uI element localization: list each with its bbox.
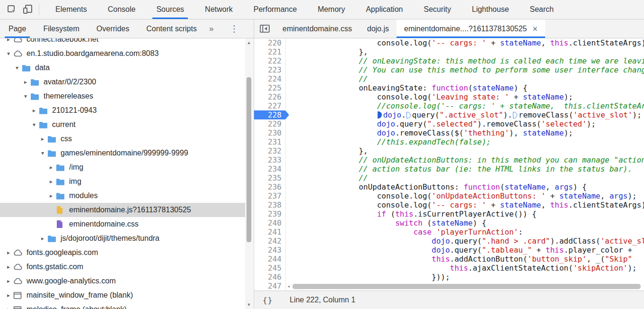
tree-item-themereleases[interactable]: ▾themereleases [0,89,245,103]
line-number[interactable]: 240 [254,218,286,227]
tree-item-fonts-googleapis-com[interactable]: ▸fonts.googleapis.com [0,245,245,260]
line-number[interactable]: 229 [254,119,286,128]
tree-item-melodice-frame-about-blank[interactable]: ▸melodice_frame (about:blank) [0,302,245,309]
chevron-down-icon[interactable]: ▾ [13,64,21,71]
editor-tab-eminentdomaine-1611378130525[interactable]: eminentdomaine....?1611378130525× [397,19,545,38]
line-number[interactable]: 228 [254,110,286,119]
tree-item-css[interactable]: ▸css [0,132,245,146]
tree-item-210121-0943[interactable]: ▸210121-0943 [0,103,245,118]
tab-console[interactable]: Console [97,0,146,19]
tree-item-img[interactable]: ▸/img [0,160,245,174]
chevron-right-icon[interactable]: ▸ [30,107,38,114]
tree-item-connect-facebook-net[interactable]: ▸connect.facebook.net [0,38,245,46]
line-number[interactable]: 232 [254,146,286,155]
tree-item-eminentdomaine-js-1611378130525[interactable]: eminentdomaine.js?1611378130525 [0,203,245,217]
chevron-right-icon[interactable]: ▸ [39,136,46,142]
scroll-up-icon[interactable]: ▲ [247,40,251,45]
tab-network[interactable]: Network [194,0,243,19]
sidebar-tab-overrides[interactable]: Overrides [88,19,138,38]
line-number[interactable]: 239 [254,209,286,218]
tab-sources[interactable]: Sources [146,0,194,19]
line-number[interactable]: 238 [254,200,286,209]
pretty-print-button[interactable]: {} [263,296,273,305]
chevron-right-icon[interactable]: ▸ [5,264,12,270]
tree-item-eminentdomaine-css[interactable]: eminentdomaine.css [0,217,245,231]
tree-item-current[interactable]: ▾current [0,118,245,132]
chevron-down-icon[interactable]: ▾ [22,93,29,100]
navigator-menu-button[interactable]: ⋮ [225,19,243,38]
editor-tab-eminentdomaine-css[interactable]: eminentdomaine.css [275,19,360,38]
tree-item-img[interactable]: ▸img [0,174,245,189]
chevron-right-icon[interactable]: ▸ [5,38,12,43]
chevron-right-icon[interactable]: ▸ [47,164,55,171]
line-number[interactable]: 241 [254,227,286,236]
line-number[interactable]: 227 [254,101,286,110]
chevron-right-icon[interactable]: ▸ [5,278,12,284]
chevron-right-icon[interactable]: ▸ [47,192,55,199]
line-number[interactable]: 225 [254,83,286,92]
line-number[interactable]: 224 [254,74,286,83]
more-tabs-button[interactable]: » [205,19,217,38]
inline-breakpoint-marker[interactable] [406,112,411,118]
chevron-down-icon[interactable]: ▾ [39,150,46,156]
sidebar-tab-content-scripts[interactable]: Content scripts [138,19,205,38]
chevron-right-icon[interactable]: ▸ [22,79,29,85]
line-number[interactable]: 223 [254,65,286,74]
tree-item-js-dojoroot-dijit-themes-tundra[interactable]: ▸js/dojoroot/dijit/themes/tundra [0,231,245,245]
chevron-right-icon[interactable]: ▸ [39,235,46,242]
tab-search[interactable]: Search [520,0,565,19]
line-number[interactable]: 236 [254,182,286,191]
tab-elements[interactable]: Elements [45,0,97,19]
tree-item-www-google-analytics-com[interactable]: ▸www.google-analytics.com [0,274,245,288]
hide-navigator-button[interactable] [254,19,275,38]
tree-scrollbar-thumb[interactable] [247,77,251,242]
line-number[interactable]: 222 [254,56,286,65]
chevron-right-icon[interactable]: ▸ [47,178,55,185]
line-number[interactable]: 220 [254,38,286,47]
scroll-left-icon[interactable]: ◂ [286,284,291,289]
scroll-down-icon[interactable]: ▼ [247,302,251,308]
inline-breakpoint-marker[interactable] [378,111,382,118]
tree-item-games-eminentdomaine-999999-9999[interactable]: ▾games/eminentdomaine/999999-9999 [0,146,245,160]
tree-item-avatar-0-2-2300[interactable]: ▸avatar/0/2/2300 [0,75,245,89]
line-number[interactable]: 230 [254,128,286,137]
tree-item-en-1-studio-boardgamearena-com-8083[interactable]: ▾en.1.studio.boardgamearena.com:8083 [0,46,245,61]
tree-item-mainsite-window-frame-blank[interactable]: ▸mainsite_window_frame (blank) [0,288,245,302]
line-number[interactable]: 244 [254,254,286,264]
tree-item-data[interactable]: ▾data [0,61,245,75]
line-number[interactable]: 221 [254,47,286,56]
line-number[interactable]: 247 [254,282,286,291]
tab-security[interactable]: Security [413,0,461,19]
chevron-down-icon[interactable]: ▾ [5,50,12,57]
tree-item-modules[interactable]: ▸modules [0,189,245,203]
line-number[interactable]: 243 [254,245,286,254]
line-number[interactable]: 237 [254,191,286,200]
tree-item-fonts-gstatic-com[interactable]: ▸fonts.gstatic.com [0,260,245,274]
chevron-right-icon[interactable]: ▸ [5,249,12,256]
inspect-element-button[interactable] [4,1,20,18]
tab-lighthouse[interactable]: Lighthouse [461,0,519,19]
line-number[interactable]: 226 [254,92,286,101]
sidebar-tab-filesystem[interactable]: Filesystem [35,19,88,38]
close-tab-icon[interactable]: × [532,25,538,33]
horizontal-scrollbar-thumb[interactable] [292,284,641,289]
tab-application[interactable]: Application [355,0,413,19]
sidebar-tab-page[interactable]: Page [0,19,35,38]
line-number[interactable]: 245 [254,264,286,273]
inline-breakpoint-marker[interactable] [513,112,517,118]
chevron-down-icon[interactable]: ▾ [30,121,38,128]
line-number[interactable]: 242 [254,236,286,245]
line-number[interactable]: 246 [254,273,286,282]
editor-horizontal-scrollbar[interactable]: ◂ [286,283,644,290]
editor-tab-dojo-js[interactable]: dojo.js [360,19,397,38]
line-number[interactable]: 234 [254,164,286,173]
chevron-right-icon[interactable]: ▸ [5,306,12,309]
toggle-device-toolbar-button[interactable] [20,1,36,18]
tab-performance[interactable]: Performance [243,0,308,19]
line-number[interactable]: 235 [254,173,286,182]
line-number[interactable]: 233 [254,155,286,164]
tree-scrollbar[interactable]: ▲ ▼ [245,38,253,309]
chevron-right-icon[interactable]: ▸ [5,292,12,299]
line-number[interactable]: 231 [254,137,286,146]
tab-memory[interactable]: Memory [307,0,355,19]
